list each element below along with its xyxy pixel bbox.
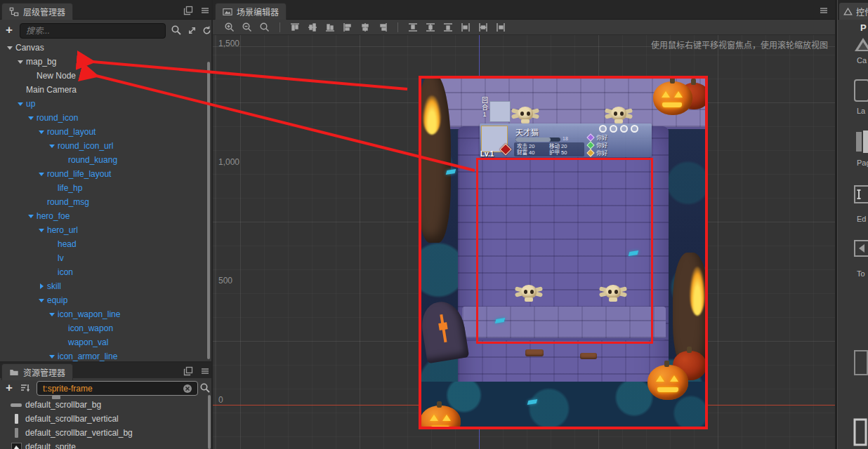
align-vcenter-icon[interactable] — [306, 22, 319, 33]
tree-item-wapon_val[interactable]: wapon_val — [0, 335, 205, 349]
zoom-out-icon[interactable] — [241, 22, 254, 33]
expander-spacer — [48, 183, 58, 193]
asset-item-default_scrollbar_vertical_bg[interactable]: default_scrollbar_vertical_bg — [0, 426, 205, 440]
tree-item-round_layout[interactable]: round_layout — [0, 125, 205, 139]
hierarchy-menu-icon[interactable] — [200, 6, 210, 15]
tab-assets[interactable]: 资源管理器 — [1, 363, 73, 380]
expander-down-icon[interactable] — [16, 57, 26, 67]
tab-hierarchy[interactable]: 层级管理器 — [1, 3, 73, 20]
expander-down-icon[interactable] — [48, 309, 58, 319]
toggle-icon[interactable] — [853, 239, 868, 261]
tree-item-map_bg[interactable]: map_bg — [0, 55, 205, 69]
asset-item-default_scrollbar_bg[interactable]: default_scrollbar_bg — [0, 398, 205, 412]
align-hcenter-icon[interactable] — [359, 22, 371, 33]
asset-item-default_sprite[interactable]: default_sprite — [0, 440, 205, 449]
assets-popout-icon[interactable] — [183, 366, 193, 376]
tree-item-round_icon_url[interactable]: round_icon_url — [0, 139, 205, 153]
expander-down-icon[interactable] — [27, 113, 37, 123]
distribute-right-icon[interactable] — [494, 22, 507, 33]
sort-icon[interactable] — [20, 382, 32, 395]
tree-item-canvas[interactable]: Canvas — [0, 41, 205, 55]
tree-item-round_life_layout[interactable]: round_life_layout — [0, 167, 205, 181]
label-icon[interactable] — [853, 79, 868, 105]
align-left-icon[interactable] — [341, 22, 354, 33]
assets-menu-icon[interactable] — [200, 366, 210, 376]
tree-item-label: head — [58, 239, 77, 249]
widget-icon[interactable] — [853, 349, 868, 379]
expander-right-icon[interactable] — [37, 281, 47, 291]
expand-all-icon[interactable] — [187, 25, 199, 38]
add-asset-button[interactable]: + — [6, 381, 13, 395]
tree-item-up[interactable]: up — [0, 97, 205, 111]
hero-slots — [599, 125, 638, 133]
tree-item-round_kuang[interactable]: round_kuang — [0, 153, 205, 167]
expander-down-icon[interactable] — [37, 127, 47, 137]
expander-spacer — [48, 267, 58, 277]
hierarchy-popout-icon[interactable] — [183, 6, 193, 15]
tree-item-main-camera[interactable]: Main Camera — [0, 83, 205, 97]
zoom-in-icon[interactable] — [223, 22, 236, 33]
align-bottom-icon[interactable] — [324, 22, 336, 33]
ruler-label: 500 — [218, 276, 232, 286]
expander-down-icon[interactable] — [37, 169, 47, 179]
tree-item-lv[interactable]: lv — [0, 251, 205, 265]
tree-item-round_icon[interactable]: round_icon — [0, 111, 205, 125]
hierarchy-search-input[interactable] — [20, 23, 166, 39]
tree-item-icon_wapon_line[interactable]: icon_wapon_line — [0, 307, 205, 321]
align-top-icon[interactable] — [289, 22, 301, 33]
hierarchy-scrollbar[interactable] — [207, 62, 210, 359]
distribute-top-icon[interactable] — [407, 22, 419, 33]
distribute-left-icon[interactable] — [459, 22, 472, 33]
assets-search-icon[interactable] — [199, 382, 211, 395]
tree-item-head[interactable]: head — [0, 237, 205, 251]
expander-down-icon[interactable] — [6, 43, 15, 53]
align-right-icon[interactable] — [376, 22, 389, 33]
distribute-bottom-icon[interactable] — [442, 22, 454, 33]
tab-widgets[interactable]: 控件 — [839, 3, 868, 20]
distribute-hcenter-icon[interactable] — [477, 22, 489, 33]
torch-flame-art — [423, 95, 441, 135]
asset-item-default_scrollbar_vertical[interactable]: default_scrollbar_vertical — [0, 412, 205, 426]
hierarchy-search-icon[interactable] — [171, 25, 183, 37]
zoom-icon[interactable] — [258, 22, 271, 33]
pageview-icon[interactable] — [853, 129, 868, 157]
tree-item-hero_url[interactable]: hero_url — [0, 223, 205, 237]
expander-down-icon[interactable] — [27, 211, 37, 221]
widget-item-label: Pag — [857, 159, 868, 167]
widgets-header-fragment: P — [860, 22, 867, 33]
scene-viewport[interactable]: 1,500 1,000 500 0 使用鼠标右键平移视窗焦点，使用滚轮缩放视图 — [213, 35, 835, 449]
tree-item-label: round_life_layout — [47, 169, 111, 179]
clear-filter-icon[interactable] — [183, 384, 192, 394]
add-node-button[interactable]: + — [6, 23, 13, 37]
expander-spacer — [58, 337, 68, 347]
tree-item-icon[interactable]: icon — [0, 265, 205, 279]
expander-spacer — [58, 155, 68, 165]
expander-down-icon[interactable] — [48, 351, 58, 361]
widget-light-icon[interactable] — [853, 418, 867, 449]
expander-down-icon[interactable] — [16, 99, 26, 109]
tree-item-equip[interactable]: equip — [0, 293, 205, 307]
expander-down-icon[interactable] — [48, 141, 58, 151]
editbox-icon[interactable] — [853, 184, 868, 208]
assets-panel: 资源管理器 + default_scrollbar_bgdefault_scro… — [0, 363, 211, 449]
assets-filter-input[interactable] — [37, 381, 198, 396]
tab-scene[interactable]: 场景编辑器 — [215, 3, 287, 20]
tree-item-icon_wapon[interactable]: icon_wapon — [0, 321, 205, 335]
tree-item-skill[interactable]: skill — [0, 279, 205, 293]
tree-item-label: round_icon_url — [58, 141, 113, 151]
tree-item-hero_foe[interactable]: hero_foe — [0, 209, 205, 223]
hero-slot-circle — [620, 125, 628, 133]
tree-item-new-node[interactable]: New Node — [0, 69, 205, 83]
tree-item-icon_armor_line[interactable]: icon_armor_line — [0, 349, 205, 361]
canvas-icon[interactable] — [853, 36, 868, 56]
tree-item-life_hp[interactable]: life_hp — [0, 181, 205, 195]
expander-down-icon[interactable] — [37, 225, 47, 235]
scene-toolbar — [213, 20, 835, 35]
distribute-vcenter-icon[interactable] — [424, 22, 437, 33]
scene-menu-icon[interactable] — [819, 6, 829, 15]
tree-item-round_msg[interactable]: round_msg — [0, 195, 205, 209]
expander-down-icon[interactable] — [37, 295, 47, 305]
refresh-icon[interactable] — [202, 25, 211, 38]
tree-item-label: icon_wapon_line — [58, 309, 120, 319]
assets-scrollbar[interactable] — [208, 395, 211, 449]
